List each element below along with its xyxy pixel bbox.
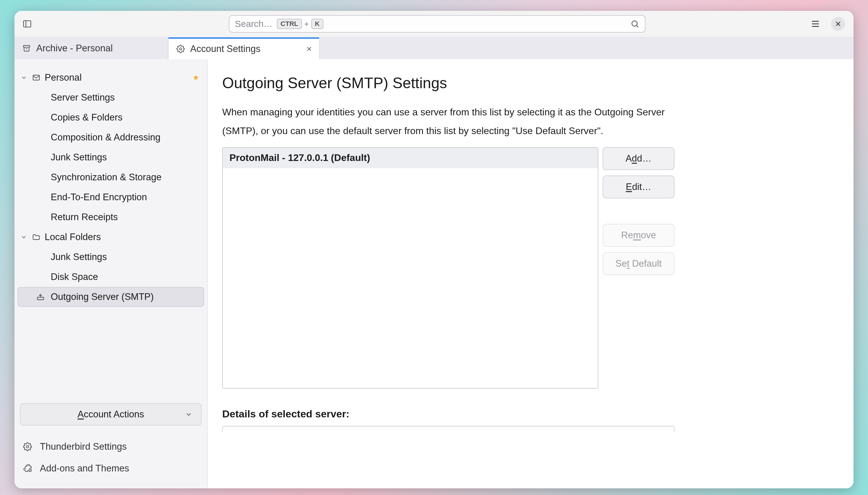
page-description: When managing your identities you can us… (222, 103, 681, 140)
page-title: Outgoing Server (SMTP) Settings (222, 74, 835, 92)
tab-label: Account Settings (190, 44, 261, 54)
addons-themes-link[interactable]: Add-ons and Themes (23, 458, 202, 479)
edit-smtp-button[interactable]: Edit… (603, 175, 675, 199)
remove-smtp-button: Remove (603, 224, 675, 247)
smtp-server-label: ProtonMail - 127.0.0.1 (Default) (229, 152, 370, 164)
server-details-box (222, 426, 675, 432)
search-icon (630, 19, 640, 29)
tab-label: Archive - Personal (36, 43, 112, 54)
puzzle-icon (23, 464, 32, 473)
sidebar-item-outgoing-server-smtp[interactable]: Outgoing Server (SMTP) (18, 287, 204, 307)
kbd-k: K (311, 19, 323, 29)
svg-point-2 (632, 21, 637, 26)
account-tree-sidebar: Personal ★ Server Settings Copies & Fold… (15, 59, 208, 488)
smtp-buttons-column: Add… Edit… Remove Set Default (603, 147, 675, 275)
tab-account-settings[interactable]: Account Settings (169, 37, 319, 59)
chevron-down-icon (20, 234, 28, 240)
content-body: Personal ★ Server Settings Copies & Fold… (15, 59, 853, 488)
gear-icon (23, 442, 32, 451)
sidebar-item-disk-space[interactable]: Disk Space (18, 267, 204, 287)
settings-tab-icon (176, 45, 185, 53)
chevron-down-icon (185, 410, 193, 418)
tab-archive-personal[interactable]: Archive - Personal (15, 37, 169, 59)
sidebar-item-sync-storage[interactable]: Synchronization & Storage (18, 167, 204, 187)
svg-rect-9 (23, 46, 30, 47)
sidebar-item-composition-addressing[interactable]: Composition & Addressing (18, 127, 204, 148)
smtp-server-item[interactable]: ProtonMail - 127.0.0.1 (Default) (223, 148, 598, 168)
hamburger-icon (810, 19, 821, 29)
account-row-local-folders[interactable]: Local Folders (18, 227, 204, 247)
global-search-box[interactable]: Search… CTRL + K (229, 15, 645, 33)
add-smtp-button[interactable]: Add… (603, 147, 675, 170)
title-toolbar: Search… CTRL + K (15, 11, 853, 37)
app-window: Search… CTRL + K Archive - Personal (15, 11, 853, 488)
svg-rect-15 (37, 297, 44, 300)
panel-icon (22, 19, 32, 29)
account-row-personal[interactable]: Personal ★ (18, 68, 204, 88)
archive-icon (22, 44, 31, 53)
app-menu-button[interactable] (808, 17, 823, 31)
settings-main-panel: Outgoing Server (SMTP) Settings When man… (208, 59, 853, 488)
sidebar-item-junk-settings[interactable]: Junk Settings (18, 148, 204, 167)
folder-icon (32, 233, 40, 241)
account-name: Local Folders (45, 232, 101, 242)
window-close-button[interactable] (831, 17, 845, 31)
kbd-plus: + (304, 19, 309, 29)
mail-account-icon (32, 73, 40, 82)
sidebar-item-return-receipts[interactable]: Return Receipts (18, 207, 204, 227)
spaces-toggle-button[interactable] (20, 17, 34, 31)
smtp-server-list[interactable]: ProtonMail - 127.0.0.1 (Default) (222, 147, 598, 389)
set-default-smtp-button: Set Default (603, 252, 675, 275)
account-name: Personal (45, 72, 82, 83)
tab-bar: Archive - Personal Account Settings (15, 37, 853, 59)
chevron-down-icon (20, 74, 28, 81)
svg-point-11 (180, 48, 182, 50)
link-label: Add-ons and Themes (40, 463, 129, 474)
sidebar-item-e2e-encryption[interactable]: End-To-End Encryption (18, 187, 204, 207)
sidebar-item-copies-folders[interactable]: Copies & Folders (18, 107, 204, 127)
thunderbird-settings-link[interactable]: Thunderbird Settings (23, 436, 202, 458)
svg-rect-0 (23, 20, 31, 27)
default-account-star-icon: ★ (193, 73, 199, 82)
account-actions-button[interactable]: Account Actions (20, 403, 202, 426)
sidebar-item-server-settings[interactable]: Server Settings (18, 88, 204, 107)
account-actions-label: Account Actions (77, 409, 144, 420)
close-icon (834, 20, 842, 28)
sidebar-item-local-junk-settings[interactable]: Junk Settings (18, 247, 204, 267)
link-label: Thunderbird Settings (40, 441, 127, 452)
search-placeholder: Search… (235, 19, 273, 29)
kbd-ctrl: CTRL (277, 19, 302, 29)
tab-close-button[interactable] (304, 44, 314, 54)
svg-point-17 (26, 445, 29, 448)
sidebar-item-label: Outgoing Server (SMTP) (51, 291, 154, 302)
svg-line-3 (637, 26, 638, 27)
details-heading: Details of selected server: (222, 408, 835, 420)
outbox-icon (36, 293, 45, 301)
